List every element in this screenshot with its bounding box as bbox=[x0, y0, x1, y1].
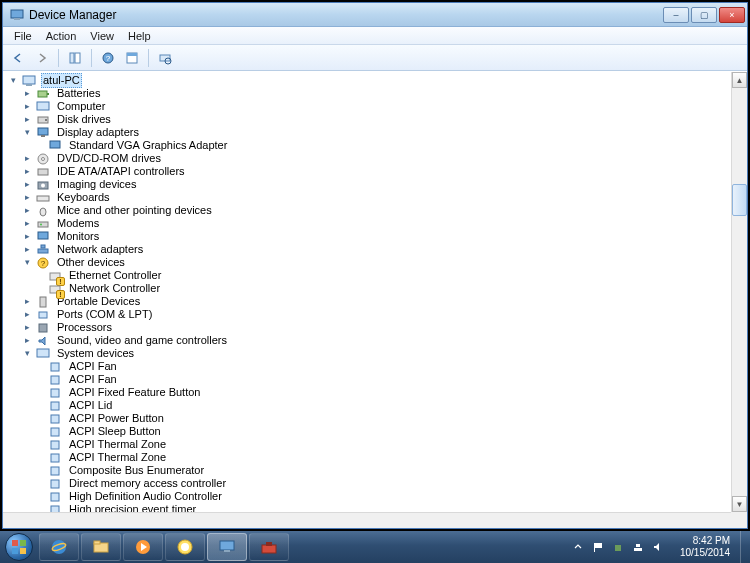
scroll-up-button[interactable]: ▲ bbox=[732, 72, 747, 88]
taskbar-wmp[interactable] bbox=[123, 533, 163, 561]
show-desktop-button[interactable] bbox=[740, 531, 750, 563]
scroll-track[interactable] bbox=[732, 88, 747, 496]
svg-point-24 bbox=[41, 183, 45, 187]
tree-item[interactable]: Portable Devices bbox=[55, 295, 142, 308]
tray-safely-remove-icon[interactable] bbox=[610, 539, 626, 555]
tree-item[interactable]: Processors bbox=[55, 321, 114, 334]
clock[interactable]: 8:42 PM 10/15/2014 bbox=[674, 535, 736, 559]
horizontal-scrollbar[interactable] bbox=[3, 512, 731, 528]
tray-volume-icon[interactable] bbox=[650, 539, 666, 555]
expander-icon[interactable]: ▸ bbox=[21, 101, 33, 113]
tree-item[interactable]: ACPI Sleep Button bbox=[67, 425, 163, 438]
svg-rect-36 bbox=[40, 297, 46, 307]
tree-item[interactable]: ACPI Lid bbox=[67, 399, 114, 412]
tree-item[interactable]: ACPI Thermal Zone bbox=[67, 438, 168, 451]
expander-icon[interactable]: ▸ bbox=[21, 322, 33, 334]
svg-rect-12 bbox=[38, 91, 47, 97]
tray-network-icon[interactable] bbox=[630, 539, 646, 555]
expander-icon[interactable]: ▾ bbox=[21, 127, 33, 139]
expander-icon[interactable]: ▾ bbox=[21, 348, 33, 360]
taskbar-ie[interactable] bbox=[39, 533, 79, 561]
taskbar-app2[interactable] bbox=[249, 533, 289, 561]
tree-item[interactable]: Sound, video and game controllers bbox=[55, 334, 229, 347]
taskbar-devmgr[interactable] bbox=[207, 533, 247, 561]
tree-item[interactable]: Imaging devices bbox=[55, 178, 139, 191]
tree-item[interactable]: Ports (COM & LPT) bbox=[55, 308, 154, 321]
tree-item[interactable]: Modems bbox=[55, 217, 101, 230]
svg-rect-71 bbox=[634, 548, 642, 551]
tree-item[interactable]: IDE ATA/ATAPI controllers bbox=[55, 165, 187, 178]
tree-item[interactable]: Direct memory access controller bbox=[67, 477, 228, 490]
tray-flag-icon[interactable] bbox=[590, 539, 606, 555]
tree-item[interactable]: High precision event timer bbox=[67, 503, 198, 512]
close-button[interactable]: × bbox=[719, 7, 745, 23]
tree-item[interactable]: Monitors bbox=[55, 230, 101, 243]
tree-item[interactable]: Other devices bbox=[55, 256, 127, 269]
tree-item[interactable]: ACPI Thermal Zone bbox=[67, 451, 168, 464]
expander-icon[interactable]: ▸ bbox=[21, 179, 33, 191]
expander-icon[interactable]: ▾ bbox=[7, 75, 19, 87]
taskbar: 8:42 PM 10/15/2014 bbox=[0, 531, 750, 563]
taskbar-app1[interactable] bbox=[165, 533, 205, 561]
forward-button[interactable] bbox=[31, 47, 53, 69]
expander-icon[interactable]: ▸ bbox=[21, 296, 33, 308]
tree-item[interactable]: Display adapters bbox=[55, 126, 141, 139]
expander-icon[interactable]: ▸ bbox=[21, 335, 33, 347]
expander-icon[interactable]: ▸ bbox=[21, 244, 33, 256]
tree-item[interactable]: Standard VGA Graphics Adapter bbox=[67, 139, 229, 152]
tree-item[interactable]: ACPI Fixed Feature Button bbox=[67, 386, 202, 399]
svg-point-63 bbox=[181, 543, 189, 551]
svg-rect-30 bbox=[38, 249, 48, 253]
menu-file[interactable]: File bbox=[7, 30, 39, 42]
tree-item[interactable]: ACPI Fan bbox=[67, 360, 119, 373]
expander-icon[interactable]: ▸ bbox=[21, 88, 33, 100]
tree-item[interactable]: Keyboards bbox=[55, 191, 112, 204]
expander-icon[interactable]: ▸ bbox=[21, 231, 33, 243]
expander-icon[interactable]: ▸ bbox=[21, 192, 33, 204]
help-button[interactable]: ? bbox=[97, 47, 119, 69]
tree-item[interactable]: Computer bbox=[55, 100, 107, 113]
tree-item[interactable]: Composite Bus Enumerator bbox=[67, 464, 206, 477]
tree-item[interactable]: DVD/CD-ROM drives bbox=[55, 152, 163, 165]
menu-view[interactable]: View bbox=[83, 30, 121, 42]
device-tree[interactable]: ▾atul-PC ▸Batteries ▸Computer ▸Disk driv… bbox=[3, 72, 731, 512]
toolbar-separator bbox=[58, 49, 59, 67]
system-tray: 8:42 PM 10/15/2014 bbox=[568, 531, 740, 563]
scan-hardware-button[interactable] bbox=[154, 47, 176, 69]
tree-item[interactable]: Network adapters bbox=[55, 243, 145, 256]
svg-rect-55 bbox=[12, 548, 18, 554]
tray-chevron-icon[interactable] bbox=[570, 539, 586, 555]
tree-item[interactable]: Ethernet Controller bbox=[67, 269, 163, 282]
svg-rect-50 bbox=[51, 493, 59, 501]
tree-item[interactable]: Network Controller bbox=[67, 282, 162, 295]
tree-item[interactable]: ACPI Power Button bbox=[67, 412, 166, 425]
maximize-button[interactable]: ▢ bbox=[691, 7, 717, 23]
vertical-scrollbar[interactable]: ▲ ▼ bbox=[731, 72, 747, 512]
expander-icon[interactable]: ▾ bbox=[21, 257, 33, 269]
tree-item[interactable]: System devices bbox=[55, 347, 136, 360]
expander-icon[interactable]: ▸ bbox=[21, 153, 33, 165]
properties-button[interactable] bbox=[121, 47, 143, 69]
scroll-down-button[interactable]: ▼ bbox=[732, 496, 747, 512]
svg-rect-10 bbox=[23, 76, 35, 84]
minimize-button[interactable]: – bbox=[663, 7, 689, 23]
menu-help[interactable]: Help bbox=[121, 30, 158, 42]
expander-icon[interactable]: ▸ bbox=[21, 205, 33, 217]
expander-icon[interactable]: ▸ bbox=[21, 114, 33, 126]
expander-icon[interactable]: ▸ bbox=[21, 166, 33, 178]
start-button[interactable] bbox=[0, 531, 38, 563]
tree-item[interactable]: Batteries bbox=[55, 87, 102, 100]
tree-item[interactable]: High Definition Audio Controller bbox=[67, 490, 224, 503]
expander-icon[interactable]: ▸ bbox=[21, 309, 33, 321]
svg-rect-1 bbox=[14, 18, 20, 20]
back-button[interactable] bbox=[7, 47, 29, 69]
scroll-thumb[interactable] bbox=[732, 184, 747, 216]
tree-item[interactable]: Disk drives bbox=[55, 113, 113, 126]
expander-icon[interactable]: ▸ bbox=[21, 218, 33, 230]
tree-item[interactable]: Mice and other pointing devices bbox=[55, 204, 214, 217]
show-hide-console-button[interactable] bbox=[64, 47, 86, 69]
taskbar-explorer[interactable] bbox=[81, 533, 121, 561]
menu-action[interactable]: Action bbox=[39, 30, 84, 42]
tree-item[interactable]: ACPI Fan bbox=[67, 373, 119, 386]
titlebar[interactable]: Device Manager – ▢ × bbox=[3, 3, 747, 27]
